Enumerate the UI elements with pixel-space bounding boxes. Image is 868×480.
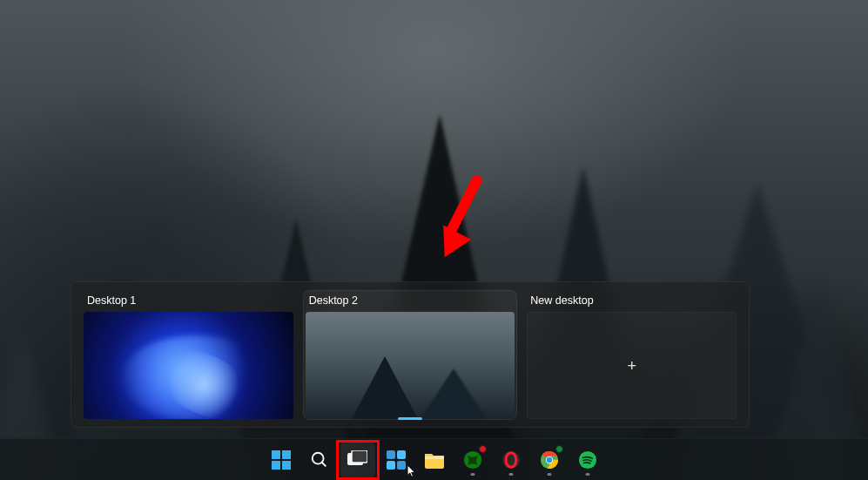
chrome-icon <box>540 450 559 470</box>
active-desktop-indicator <box>398 417 422 420</box>
widgets-button[interactable] <box>379 443 414 477</box>
virtual-desktop-thumbnail <box>84 312 293 419</box>
notification-badge <box>479 445 487 453</box>
svg-rect-2 <box>272 461 280 470</box>
spotify-icon <box>578 450 597 470</box>
svg-rect-7 <box>352 450 367 463</box>
spotify-button[interactable] <box>570 443 605 477</box>
presence-badge <box>555 445 563 453</box>
search-icon <box>310 450 329 470</box>
svg-rect-11 <box>397 461 406 470</box>
opera-icon <box>501 450 521 470</box>
xbox-icon <box>463 450 482 470</box>
new-desktop-label: New desktop <box>527 293 737 312</box>
new-desktop-button[interactable]: New desktop + <box>525 291 738 419</box>
virtual-desktop-label: Desktop 2 <box>306 293 515 312</box>
task-view-button[interactable] <box>340 443 375 477</box>
virtual-desktop-label: Desktop 1 <box>84 293 293 312</box>
file-explorer-icon <box>424 451 445 469</box>
virtual-desktop-1[interactable]: Desktop 1 <box>82 291 295 419</box>
taskbar <box>0 438 868 480</box>
opera-button[interactable] <box>494 443 528 477</box>
plus-icon: + <box>627 358 636 374</box>
svg-rect-0 <box>272 450 280 459</box>
start-button[interactable] <box>264 443 299 477</box>
svg-rect-1 <box>282 450 291 459</box>
svg-rect-3 <box>282 461 291 470</box>
search-button[interactable] <box>302 443 337 477</box>
widgets-icon <box>387 450 406 470</box>
svg-point-4 <box>312 452 323 463</box>
svg-rect-8 <box>387 450 395 459</box>
xbox-app-button[interactable] <box>455 443 490 477</box>
start-icon <box>272 450 291 470</box>
svg-line-5 <box>321 462 326 466</box>
svg-point-18 <box>546 456 551 462</box>
file-explorer-button[interactable] <box>417 443 452 477</box>
virtual-desktop-thumbnail <box>306 312 515 419</box>
virtual-desktop-2[interactable]: Desktop 2 <box>304 291 517 419</box>
new-desktop-thumbnail: + <box>527 312 737 419</box>
chrome-button[interactable] <box>532 443 567 477</box>
svg-rect-10 <box>387 461 395 470</box>
svg-rect-9 <box>397 450 406 459</box>
virtual-desktops-flyout: Desktop 1 Desktop 2 New desktop + <box>71 281 750 428</box>
task-view-icon <box>347 450 367 469</box>
svg-rect-12 <box>425 456 444 459</box>
